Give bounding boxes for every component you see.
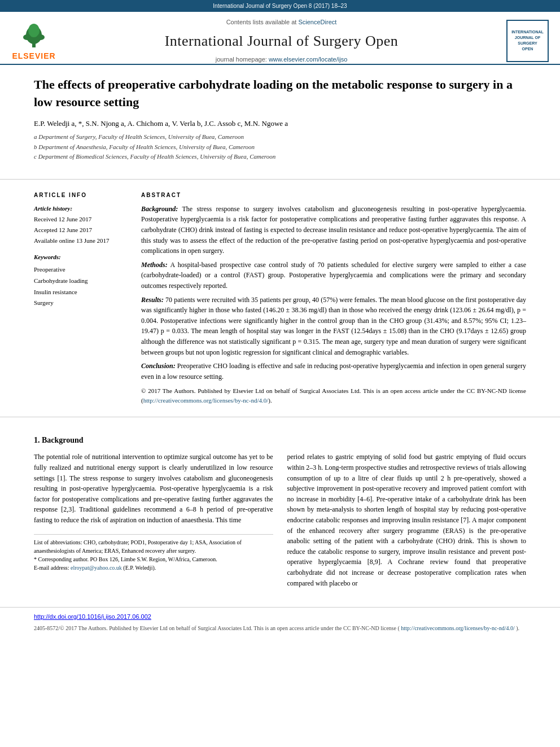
background-text: The stress response to surgery involves … bbox=[141, 205, 526, 255]
keyword-2: Carbohydrate loading bbox=[34, 276, 130, 287]
abstract-methods: Methods: A hospital-based prospective ca… bbox=[141, 260, 526, 291]
footnote-corresponding: * Corresponding author. PO Box 126, Limb… bbox=[34, 555, 273, 563]
sciencedirect-link: Contents lists available at ScienceDirec… bbox=[56, 18, 506, 27]
elsevier-logo: ELSEVIER bbox=[11, 19, 56, 62]
methods-label: Methods: bbox=[141, 261, 168, 269]
journal-header-center: Contents lists available at ScienceDirec… bbox=[56, 18, 506, 64]
svg-point-4 bbox=[37, 34, 45, 40]
body-text-left: The potential role of nutritional interv… bbox=[34, 452, 273, 525]
footer-copyright: 2405-8572/© 2017 The Authors. Published … bbox=[34, 624, 526, 632]
available-date: Available online 13 June 2017 bbox=[34, 235, 130, 246]
received-date: Received 12 June 2017 bbox=[34, 214, 130, 225]
affiliation-c: c Department of Biomedical Sciences, Fac… bbox=[34, 152, 526, 162]
cc-license-link[interactable]: http://creativecommons.org/licenses/by-n… bbox=[143, 397, 269, 404]
doi-anchor[interactable]: http://dx.doi.org/10.1016/j.ijso.2017.06… bbox=[34, 613, 151, 620]
background-label: Background: bbox=[141, 205, 178, 213]
abstract-panel: ABSTRACT Background: The stress response… bbox=[141, 191, 526, 406]
svg-point-3 bbox=[23, 34, 31, 40]
article-info-panel: ARTICLE INFO Article history: Received 1… bbox=[34, 191, 130, 406]
sciencedirect-anchor[interactable]: ScienceDirect bbox=[298, 19, 336, 25]
journal-citation-bar: International Journal of Surgery Open 8 … bbox=[0, 0, 560, 12]
article-header: The effects of preoperative carbohydrate… bbox=[0, 65, 560, 173]
elsevier-brand-text: ELSEVIER bbox=[12, 50, 55, 62]
abstract-results: Results: 70 patients were recruited with… bbox=[141, 295, 526, 358]
footnotes: List of abbreviations: CHO, carbohydrate… bbox=[34, 534, 273, 572]
doi-link: http://dx.doi.org/10.1016/j.ijso.2017.06… bbox=[34, 612, 526, 622]
journal-citation: International Journal of Surgery Open 8 … bbox=[213, 3, 347, 9]
journal-badge: INTERNATIONALJOURNAL OFSURGERYOPEN bbox=[506, 20, 549, 62]
body-col-right: period relates to gastric emptying of so… bbox=[287, 452, 527, 593]
affiliation-b: b Department of Anaesthesia, Faculty of … bbox=[34, 142, 526, 152]
conclusion-text: Preoperative CHO loading is effective an… bbox=[141, 362, 526, 381]
main-content: 1. Background The potential role of nutr… bbox=[0, 423, 560, 601]
keyword-4: Surgery bbox=[34, 298, 130, 309]
accepted-date: Accepted 12 June 2017 bbox=[34, 225, 130, 235]
history-label: Article history: bbox=[34, 204, 130, 213]
header-divider bbox=[0, 179, 560, 180]
abstract-background: Background: The stress response to surge… bbox=[141, 204, 526, 256]
article-title: The effects of preoperative carbohydrate… bbox=[34, 76, 526, 111]
article-info-abstract-section: ARTICLE INFO Article history: Received 1… bbox=[0, 185, 560, 412]
affiliations: a Department of Surgery, Faculty of Heal… bbox=[34, 132, 526, 162]
elsevier-tree-icon bbox=[17, 19, 51, 50]
body-para-1: The potential role of nutritional interv… bbox=[34, 452, 273, 525]
body-col-left: The potential role of nutritional interv… bbox=[34, 452, 273, 593]
section1-heading: 1. Background bbox=[34, 434, 526, 446]
journal-homepage: journal homepage: www.elsevier.com/locat… bbox=[56, 55, 506, 64]
abstract-conclusion: Conclusion: Preoperative CHO loading is … bbox=[141, 361, 526, 382]
keywords-section: Keywords: Preoperative Carbohydrate load… bbox=[34, 252, 130, 309]
authors: E.P. Weledji a, *, S.N. Njong a, A. Chic… bbox=[34, 118, 526, 129]
keywords-label: Keywords: bbox=[34, 252, 130, 262]
email-link[interactable]: elroypat@yahoo.co.uk bbox=[71, 565, 123, 571]
homepage-link[interactable]: www.elsevier.com/locate/ijso bbox=[269, 56, 347, 63]
body-two-col: The potential role of nutritional interv… bbox=[34, 452, 526, 593]
footer-cc-link[interactable]: http://creativecommons.org/licenses/by-n… bbox=[401, 625, 516, 631]
body-text-right: period relates to gastric emptying of so… bbox=[287, 452, 527, 588]
abstract-copyright: © 2017 The Authors. Published by Elsevie… bbox=[141, 386, 526, 405]
body-divider bbox=[0, 417, 560, 417]
keyword-1: Preoperative bbox=[34, 264, 130, 276]
methods-text: A hospital-based prospective case contro… bbox=[141, 261, 526, 290]
page-footer: http://dx.doi.org/10.1016/j.ijso.2017.06… bbox=[0, 607, 560, 637]
conclusion-label: Conclusion: bbox=[141, 362, 176, 370]
article-info-heading: ARTICLE INFO bbox=[34, 191, 130, 199]
journal-header: ELSEVIER Contents lists available at Sci… bbox=[0, 12, 560, 65]
abstract-text: Background: The stress response to surge… bbox=[141, 204, 526, 406]
svg-point-2 bbox=[28, 24, 40, 37]
results-text: 70 patients were recruited with 35 patie… bbox=[141, 296, 526, 356]
footnote-email: E-mail address: elroypat@yahoo.co.uk (E.… bbox=[34, 563, 273, 572]
results-label: Results: bbox=[141, 296, 164, 304]
footnote-abbreviations: List of abbreviations: CHO, carbohydrate… bbox=[34, 538, 273, 555]
keyword-3: Insulin resistance bbox=[34, 287, 130, 298]
abstract-heading: ABSTRACT bbox=[141, 191, 526, 199]
journal-title: International Journal of Surgery Open bbox=[56, 30, 506, 52]
affiliation-a: a Department of Surgery, Faculty of Heal… bbox=[34, 132, 526, 142]
body-para-2: period relates to gastric emptying of so… bbox=[287, 452, 527, 588]
